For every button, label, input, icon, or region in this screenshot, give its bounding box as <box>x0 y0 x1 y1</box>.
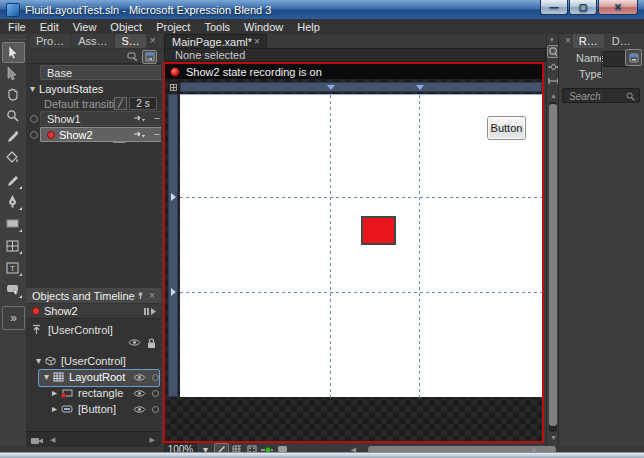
show2-add-transition-button[interactable] <box>133 131 145 139</box>
scope-up-icon[interactable] <box>31 324 42 335</box>
rectangle-tool[interactable] <box>2 214 23 233</box>
timeline-scroll-left-icon[interactable]: ◀ <box>50 436 55 443</box>
controls-tool[interactable] <box>2 280 23 299</box>
direct-selection-tool[interactable] <box>2 64 23 83</box>
vscroll-track[interactable] <box>549 102 557 432</box>
grid-corner-box[interactable] <box>168 82 178 92</box>
base-state[interactable]: Base <box>40 65 166 80</box>
pen-icon <box>7 195 18 208</box>
timeline-snapshot-icon[interactable] <box>30 435 44 445</box>
document-tab-label: MainPage.xaml* <box>172 36 252 48</box>
artboard[interactable]: Button <box>180 94 542 397</box>
paint-bucket-tool[interactable] <box>2 148 23 167</box>
state-row-base[interactable]: Base <box>26 65 161 80</box>
rectangle-eye-icon[interactable] <box>133 389 146 398</box>
button-control-icon <box>6 284 20 295</box>
rectangle-lock-dot[interactable] <box>152 390 159 397</box>
show1-remove-button[interactable]: − <box>154 114 160 124</box>
button-eye-icon[interactable] <box>133 405 146 414</box>
menu-tools[interactable]: Tools <box>204 21 230 33</box>
tree-row-rectangle[interactable]: ▸ rectangle <box>26 385 161 401</box>
button-lock-dot[interactable] <box>152 406 159 413</box>
tab-assets[interactable]: Ass… <box>72 34 113 48</box>
menu-window[interactable]: Window <box>244 21 283 33</box>
show1-add-transition-button[interactable] <box>133 115 145 123</box>
state-row-show1[interactable]: Show1 − <box>26 111 161 126</box>
button-expand-icon[interactable]: ▸ <box>52 404 57 414</box>
states-options-button[interactable] <box>126 50 139 62</box>
default-easing-button[interactable]: ╱ <box>114 97 127 110</box>
tab-data[interactable]: D… <box>606 34 637 48</box>
vscroll-up-icon[interactable]: ▲ <box>550 92 557 99</box>
pan-tool[interactable] <box>2 85 23 104</box>
tab-states[interactable]: S… <box>115 34 145 48</box>
search-input[interactable] <box>567 90 629 103</box>
menu-object[interactable]: Object <box>110 21 142 33</box>
document-tab[interactable]: MainPage.xaml* × <box>164 34 267 49</box>
column-marker-1[interactable] <box>327 85 335 90</box>
layoutroot-lock-dot[interactable] <box>152 374 159 381</box>
menu-project[interactable]: Project <box>156 21 190 33</box>
maximize-button[interactable]: ▢ <box>569 0 597 15</box>
tree-row-button[interactable]: ▸ [Button] <box>26 401 161 417</box>
menu-view[interactable]: View <box>73 21 97 33</box>
menu-help[interactable]: Help <box>297 21 320 33</box>
selection-tool[interactable] <box>2 42 25 63</box>
row-marker-1[interactable] <box>171 193 176 201</box>
strip-collapse-icon[interactable]: ▾ <box>550 36 554 43</box>
tab-resources[interactable]: R… <box>573 34 604 48</box>
layout-panel-tool[interactable] <box>2 236 23 255</box>
layoutroot-expand-icon[interactable]: ▾ <box>44 372 49 382</box>
row-marker-2[interactable] <box>171 288 176 296</box>
close-button[interactable]: ✕ <box>598 0 638 15</box>
show-timeline-button[interactable] <box>143 307 157 316</box>
lock-column-icon[interactable] <box>147 338 156 349</box>
layoutroot-eye-icon[interactable] <box>133 373 146 382</box>
objects-pin-icon[interactable] <box>136 291 145 300</box>
hidden-tab-close-icon[interactable]: × <box>563 36 573 46</box>
show1-preview-dot[interactable] <box>30 115 38 123</box>
rectangle-expand-icon[interactable]: ▸ <box>52 388 57 398</box>
rectangle-node-icon <box>61 388 73 398</box>
text-tool[interactable]: T <box>2 258 23 277</box>
timeline-scroll-right-icon[interactable]: ▶ <box>150 436 155 443</box>
column-marker-2[interactable] <box>416 85 424 90</box>
menu-edit[interactable]: Edit <box>40 21 59 33</box>
artboard-rectangle[interactable] <box>361 216 396 245</box>
tree-row-layoutroot[interactable]: ▾ LayoutRoot <box>26 369 161 385</box>
breadcrumb-bar[interactable]: None selected <box>164 48 546 62</box>
visibility-column-eye-icon[interactable] <box>128 338 141 347</box>
state-group-row[interactable]: ▾ LayoutStates − <box>26 81 161 96</box>
usercontrol-expand-icon[interactable]: ▾ <box>36 356 41 366</box>
pen-tool[interactable] <box>2 192 23 211</box>
tree-row-usercontrol[interactable]: ▾ [UserControl] <box>26 353 161 369</box>
grid-rail-top[interactable] <box>180 82 542 92</box>
record-icon[interactable] <box>170 67 180 77</box>
name-scope-button[interactable] <box>625 49 642 66</box>
grid-rail-left[interactable] <box>168 94 178 397</box>
minimize-button[interactable]: — <box>540 0 568 15</box>
rectangle-icon <box>6 218 19 229</box>
menu-file[interactable]: File <box>8 21 26 33</box>
assets-expand-button[interactable]: » <box>2 306 25 330</box>
vscroll-down-icon[interactable]: ▼ <box>550 434 557 441</box>
add-state-group-button[interactable] <box>142 50 157 64</box>
zoom-tool[interactable] <box>2 106 23 125</box>
title-bar[interactable]: FluidLayoutTest.sln - Microsoft Expressi… <box>0 0 644 19</box>
artboard-button-label: Button <box>491 122 523 134</box>
eyedropper-tool[interactable] <box>2 127 23 146</box>
tab-states-close-icon[interactable]: × <box>148 36 158 46</box>
state-group-name: LayoutStates <box>39 83 103 95</box>
pencil-tool[interactable] <box>2 171 23 190</box>
document-tab-close-icon[interactable]: × <box>252 37 262 47</box>
group-collapse-icon[interactable]: ▾ <box>30 84 35 94</box>
vscroll-thumb[interactable] <box>549 104 557 426</box>
transition-duration-field[interactable]: 2 s <box>129 97 157 110</box>
show2-remove-button[interactable]: − <box>154 130 160 140</box>
state-row-show2[interactable]: Show2 − <box>26 127 161 142</box>
objects-close-icon[interactable]: × <box>147 291 157 301</box>
tab-project[interactable]: Pro… <box>30 34 70 48</box>
show2-preview-dot[interactable] <box>30 131 38 139</box>
artboard-button-control[interactable]: Button <box>487 116 526 140</box>
search-box[interactable] <box>562 88 640 103</box>
